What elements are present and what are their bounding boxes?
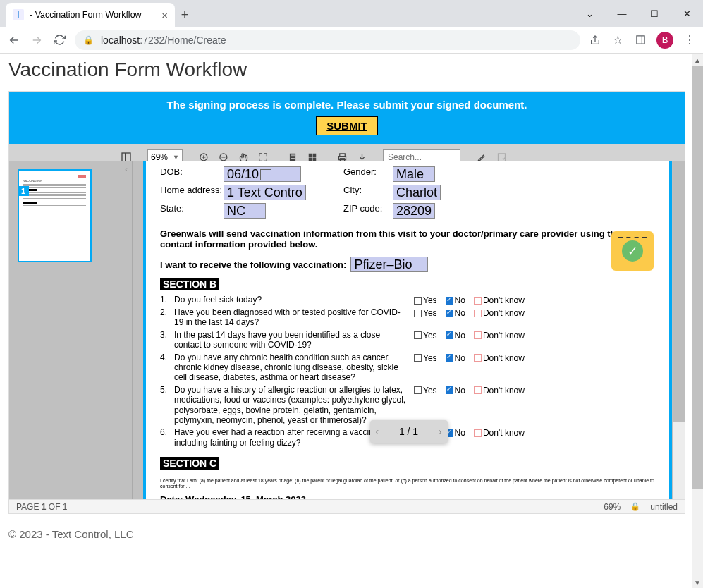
zip-field[interactable]: 28209 (393, 203, 435, 219)
submit-button[interactable]: SUBMIT (316, 116, 378, 135)
window-controls: ⌄ ― ☐ ✕ (573, 0, 703, 27)
back-icon[interactable] (7, 33, 21, 47)
q3-dk-checkbox[interactable] (474, 331, 482, 339)
svg-rect-12 (291, 158, 295, 159)
bookmark-star-icon[interactable]: ☆ (611, 34, 624, 47)
city-field[interactable]: Charlot (393, 185, 441, 200)
page-footer: © 2023 - Text Control, LLC (8, 528, 695, 540)
status-doc-name: untitled (650, 502, 678, 512)
q1-dk-checkbox[interactable] (474, 297, 482, 305)
share-icon[interactable] (589, 34, 601, 47)
document-panel[interactable]: DOB:06/10 Home address:1 Text Contro Sta… (133, 161, 685, 499)
q2-yes-checkbox[interactable] (414, 310, 422, 317)
chevron-down-icon[interactable]: ⌄ (573, 0, 606, 27)
dob-field[interactable]: 06/10 (224, 166, 301, 182)
calendar-icon[interactable] (260, 169, 271, 180)
new-tab-button[interactable]: + (175, 3, 195, 27)
state-field[interactable]: NC (224, 203, 266, 219)
svg-rect-13 (309, 154, 312, 157)
svg-rect-20 (498, 153, 505, 161)
thumbnail-number: 1 (18, 186, 29, 196)
home-label: Home address: (160, 185, 224, 200)
q4-no-checkbox[interactable] (446, 354, 453, 362)
url-host: localhost (101, 35, 140, 46)
thumbnail-panel: ‹ 1 VACCINATION (9, 161, 133, 499)
page-navigator: ‹ 1 / 1 › (370, 420, 448, 443)
q5-dk-checkbox[interactable] (474, 386, 482, 394)
doc-scrollbar-thumb[interactable] (673, 161, 685, 422)
svg-rect-14 (313, 154, 317, 157)
lock-icon: 🔒 (630, 502, 640, 511)
svg-rect-11 (291, 157, 295, 157)
chevron-left-icon[interactable]: ‹ (125, 165, 128, 173)
page-title: Vaccination Form Workflow (8, 59, 695, 81)
prev-page-icon[interactable]: ‹ (376, 426, 379, 437)
q5-no-checkbox[interactable] (446, 386, 453, 394)
document-viewer: The signing process is complete. Please … (8, 91, 685, 514)
tab-title: - Vaccination Form Workflow (30, 10, 142, 20)
q5-yes-checkbox[interactable] (414, 386, 422, 394)
zip-label: ZIP code: (343, 203, 393, 219)
provider-info-text: Greenwals will send vaccination informat… (160, 228, 655, 250)
scroll-up-icon[interactable]: ▲ (692, 54, 703, 66)
state-label: State: (160, 203, 224, 219)
status-zoom: 69% (604, 502, 621, 512)
q1-yes-checkbox[interactable] (414, 297, 422, 305)
question-row: 3.In the past 14 days have you been iden… (160, 330, 655, 350)
city-label: City: (343, 185, 393, 200)
vaccination-field[interactable]: Pfizer–Bio (350, 257, 428, 272)
browser-chrome: - Vaccination Form Workflow × + ⌄ ― ☐ ✕ … (0, 0, 703, 54)
url-field[interactable]: 🔒 localhost:7232/Home/Create (75, 30, 580, 50)
address-bar: 🔒 localhost:7232/Home/Create ☆ B ⋮ (0, 27, 703, 54)
home-field[interactable]: 1 Text Contro (224, 185, 306, 200)
q2-dk-checkbox[interactable] (474, 310, 482, 317)
page-indicator: 1 / 1 (399, 426, 418, 437)
svg-rect-0 (636, 36, 644, 44)
browser-tab[interactable]: - Vaccination Form Workflow × (6, 3, 175, 27)
forward-icon[interactable] (30, 33, 44, 47)
question-row: 1.Do you feel sick today?YesNoDon't know (160, 295, 655, 305)
section-b-header: SECTION B (160, 278, 219, 290)
lock-icon: 🔒 (83, 35, 94, 45)
viewer-status-bar: PAGE 1 OF 1 69% 🔒 untitled (9, 499, 685, 513)
q3-yes-checkbox[interactable] (414, 331, 422, 339)
minimize-icon[interactable]: ― (606, 0, 638, 27)
next-page-icon[interactable]: › (439, 426, 442, 437)
gender-field[interactable]: Male (393, 166, 435, 182)
favicon-icon (13, 9, 24, 20)
q3-no-checkbox[interactable] (446, 331, 453, 339)
tab-bar: - Vaccination Form Workflow × + ⌄ ― ☐ ✕ (0, 0, 703, 27)
page-viewport: ▲ ▼ Vaccination Form Workflow The signin… (0, 54, 703, 588)
check-icon: ✓ (622, 240, 643, 262)
q4-dk-checkbox[interactable] (474, 354, 482, 362)
page-thumbnail[interactable]: 1 VACCINATION (18, 169, 92, 262)
close-tab-icon[interactable]: × (161, 9, 168, 21)
reload-icon[interactable] (52, 33, 66, 47)
banner-message: The signing process is complete. Please … (9, 99, 685, 111)
q2-no-checkbox[interactable] (446, 310, 453, 317)
url-port: :7232 (140, 35, 164, 46)
scroll-down-icon[interactable]: ▼ (692, 577, 703, 588)
viewer-body: ‹ 1 VACCINATION (9, 161, 685, 499)
question-row: 5.Do you have a history of allergic reac… (160, 385, 655, 426)
vaccination-prompt: I want to receive the following vaccinat… (160, 259, 346, 270)
q6-dk-checkbox[interactable] (474, 429, 482, 437)
document-page: DOB:06/10 Home address:1 Text Contro Sta… (143, 161, 672, 499)
page-scrollbar[interactable]: ▲ ▼ (692, 54, 703, 588)
doc-scrollbar[interactable] (673, 161, 685, 499)
url-path: /Home/Create (164, 35, 226, 46)
panel-icon[interactable] (634, 34, 647, 47)
section-c-header: SECTION C (160, 457, 219, 470)
close-icon[interactable]: ✕ (671, 0, 703, 27)
q1-no-checkbox[interactable] (446, 297, 453, 305)
maximize-icon[interactable]: ☐ (638, 0, 671, 27)
question-row: 2.Have you been diagnosed with or tested… (160, 307, 655, 328)
profile-avatar[interactable]: B (656, 32, 673, 49)
field-verified-card[interactable]: ✓ (611, 231, 654, 271)
svg-rect-10 (291, 155, 295, 156)
kebab-menu-icon[interactable]: ⋮ (683, 34, 696, 47)
status-page-of: PAGE 1 OF 1 (16, 502, 68, 512)
scrollbar-thumb[interactable] (692, 66, 703, 489)
q4-yes-checkbox[interactable] (414, 354, 422, 362)
dob-label: DOB: (160, 166, 224, 182)
